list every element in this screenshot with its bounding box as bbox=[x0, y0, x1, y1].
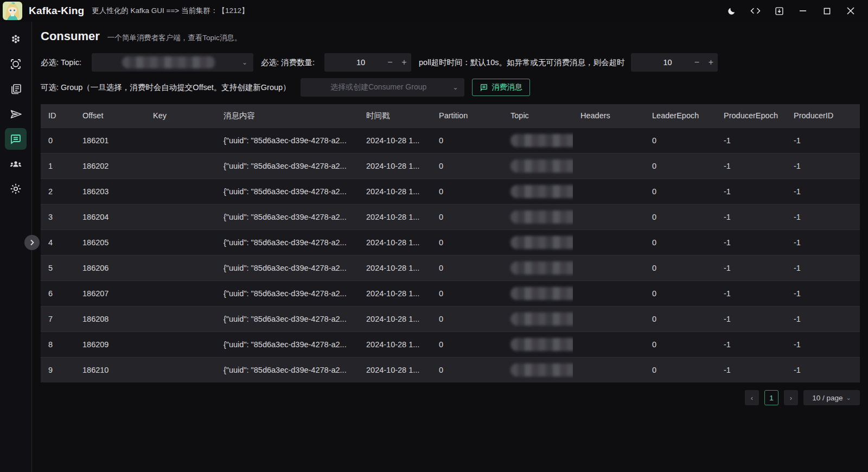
table-row[interactable]: 0186201{"uuid": "85d6a3ec-d39e-4278-a2..… bbox=[41, 127, 860, 153]
table-cell: -1 bbox=[716, 357, 786, 382]
table-row[interactable]: 4186205{"uuid": "85d6a3ec-d39e-4278-a2..… bbox=[41, 229, 860, 255]
minimize-button[interactable] bbox=[791, 3, 815, 19]
column-header: LeaderEpoch bbox=[644, 104, 716, 127]
table-cell: 0 bbox=[644, 306, 716, 331]
table-row[interactable]: 3186204{"uuid": "85d6a3ec-d39e-4278-a2..… bbox=[41, 204, 860, 229]
code-icon[interactable] bbox=[743, 3, 767, 19]
decrement-icon[interactable]: − bbox=[383, 58, 397, 67]
theme-moon-icon[interactable] bbox=[719, 3, 743, 19]
table-cell: 0 bbox=[431, 306, 503, 331]
page-size-value: 10 / page bbox=[812, 394, 843, 402]
app-subtitle: 更人性化的 Kafka GUI ==> 当前集群：【1212】 bbox=[92, 6, 248, 16]
poll-timeout-value: 10 bbox=[631, 58, 690, 67]
table-cell bbox=[145, 357, 216, 382]
table-header-row: IDOffsetKey消息内容时间戳PartitionTopicHeadersL… bbox=[41, 104, 860, 127]
topic-cell: .. bbox=[503, 357, 573, 382]
table-cell: 0 bbox=[41, 127, 75, 153]
table-cell: -1 bbox=[716, 153, 786, 178]
table-row[interactable]: 8186209{"uuid": "85d6a3ec-d39e-4278-a2..… bbox=[41, 331, 860, 357]
app-title: Kafka-King bbox=[29, 5, 84, 17]
table-cell: -1 bbox=[786, 331, 860, 357]
table-cell: -1 bbox=[786, 178, 860, 204]
table-cell: 186205 bbox=[75, 229, 145, 255]
sidebar-item-cluster[interactable] bbox=[5, 28, 27, 50]
topic-select[interactable]: ⌄ bbox=[92, 53, 253, 72]
page-size-select[interactable]: 10 / page ⌄ bbox=[803, 390, 860, 405]
current-page-button[interactable]: 1 bbox=[764, 390, 778, 405]
table-cell: 186202 bbox=[75, 153, 145, 178]
main-content: Consumer 一个简单消费者客户端，查看Topic消息。 必选: Topic… bbox=[32, 22, 868, 472]
table-cell: 0 bbox=[644, 280, 716, 306]
table-cell: {"uuid": "85d6a3ec-d39e-4278-a2... bbox=[216, 153, 359, 178]
prev-page-button[interactable]: ‹ bbox=[745, 390, 759, 405]
group-label: 可选: Group（一旦选择，消费时会自动提交Offset。支持创建新Group… bbox=[41, 82, 291, 93]
redacted-topic-pill bbox=[510, 261, 573, 275]
table-cell: -1 bbox=[716, 204, 786, 229]
chevron-right-icon bbox=[29, 239, 35, 246]
table-cell: 0 bbox=[644, 357, 716, 382]
messages-table: IDOffsetKey消息内容时间戳PartitionTopicHeadersL… bbox=[41, 104, 860, 382]
table-cell: 0 bbox=[431, 204, 503, 229]
table-cell: -1 bbox=[786, 229, 860, 255]
table-cell: -1 bbox=[786, 153, 860, 178]
table-cell: -1 bbox=[786, 357, 860, 382]
table-cell: -1 bbox=[716, 229, 786, 255]
table-cell bbox=[573, 127, 644, 153]
table-cell bbox=[573, 178, 644, 204]
table-cell bbox=[573, 331, 644, 357]
table-cell: 186201 bbox=[75, 127, 145, 153]
sidebar-item-consumer-groups[interactable] bbox=[5, 153, 27, 175]
maximize-button[interactable] bbox=[815, 3, 839, 19]
table-cell: 0 bbox=[644, 255, 716, 280]
sidebar-item-producer[interactable] bbox=[5, 103, 27, 125]
table-row[interactable]: 6186207{"uuid": "85d6a3ec-d39e-4278-a2..… bbox=[41, 280, 860, 306]
table-cell: 9 bbox=[41, 357, 75, 382]
table-cell: 0 bbox=[431, 153, 503, 178]
decrement-icon[interactable]: − bbox=[690, 58, 704, 67]
poll-timeout-input[interactable]: 10 − + bbox=[631, 53, 718, 72]
table-cell: 186203 bbox=[75, 178, 145, 204]
topic-cell: .. bbox=[503, 153, 573, 178]
sidebar-item-settings[interactable] bbox=[5, 178, 27, 200]
download-update-icon[interactable] bbox=[767, 3, 791, 19]
table-row[interactable]: 2186203{"uuid": "85d6a3ec-d39e-4278-a2..… bbox=[41, 178, 860, 204]
table-row[interactable]: 7186208{"uuid": "85d6a3ec-d39e-4278-a2..… bbox=[41, 306, 860, 331]
table-row[interactable]: 5186206{"uuid": "85d6a3ec-d39e-4278-a2..… bbox=[41, 255, 860, 280]
table-cell: 2024-10-28 1... bbox=[359, 229, 431, 255]
table-body: 0186201{"uuid": "85d6a3ec-d39e-4278-a2..… bbox=[41, 127, 860, 382]
table-cell: 0 bbox=[431, 127, 503, 153]
table-cell bbox=[573, 153, 644, 178]
sidebar-item-topics[interactable] bbox=[5, 78, 27, 100]
increment-icon[interactable]: + bbox=[397, 58, 411, 67]
topic-label: 必选: Topic: bbox=[41, 58, 81, 68]
message-icon bbox=[480, 83, 488, 92]
table-cell: 5 bbox=[41, 255, 75, 280]
consume-messages-button[interactable]: 消费消息 bbox=[472, 79, 530, 96]
sidebar-expand-button[interactable] bbox=[24, 235, 40, 250]
table-cell: 0 bbox=[644, 229, 716, 255]
consume-count-label: 必选: 消费数量: bbox=[261, 58, 315, 68]
table-cell: {"uuid": "85d6a3ec-d39e-4278-a2... bbox=[216, 280, 359, 306]
table-cell bbox=[145, 153, 216, 178]
sidebar-item-monitor[interactable] bbox=[5, 53, 27, 75]
increment-icon[interactable]: + bbox=[704, 58, 718, 67]
table-cell: {"uuid": "85d6a3ec-d39e-4278-a2... bbox=[216, 127, 359, 153]
column-header: ProducerEpoch bbox=[716, 104, 786, 127]
table-cell: 0 bbox=[431, 331, 503, 357]
table-cell: 186208 bbox=[75, 306, 145, 331]
page-subtitle: 一个简单消费者客户端，查看Topic消息。 bbox=[107, 33, 242, 43]
consume-count-input[interactable]: 10 − + bbox=[324, 53, 411, 72]
group-select[interactable]: 选择或创建Consumer Group ⌄ bbox=[301, 78, 464, 97]
table-cell: 0 bbox=[431, 255, 503, 280]
table-cell: {"uuid": "85d6a3ec-d39e-4278-a2... bbox=[216, 204, 359, 229]
next-page-button[interactable]: › bbox=[784, 390, 798, 405]
table-cell: 186204 bbox=[75, 204, 145, 229]
table-row[interactable]: 9186210{"uuid": "85d6a3ec-d39e-4278-a2..… bbox=[41, 357, 860, 382]
close-button[interactable] bbox=[839, 3, 863, 19]
column-header: ID bbox=[41, 104, 75, 127]
sidebar-item-consumer[interactable] bbox=[5, 128, 27, 150]
topic-cell bbox=[503, 280, 573, 306]
table-cell: 6 bbox=[41, 280, 75, 306]
table-row[interactable]: 1186202{"uuid": "85d6a3ec-d39e-4278-a2..… bbox=[41, 153, 860, 178]
table-cell: 2024-10-28 1... bbox=[359, 331, 431, 357]
